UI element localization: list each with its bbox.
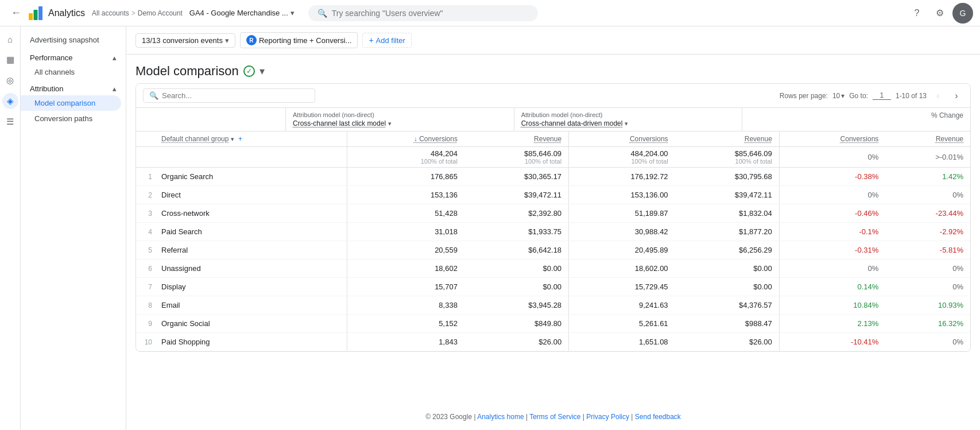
prev-page-btn[interactable]: ‹ — [931, 89, 945, 103]
col-header-rev1[interactable]: Revenue — [464, 131, 569, 147]
advertising-icon-btn[interactable]: ◈ — [2, 93, 18, 109]
attribution-headers: Attribution model (non-direct) Cross-cha… — [136, 108, 970, 131]
row-conv1: 51,428 — [347, 204, 464, 223]
row-conv2: 20,495.89 — [569, 241, 675, 259]
row-pct-conv: -10.41% — [779, 333, 885, 351]
row-conv2: 15,729.45 — [569, 278, 675, 296]
explore-icon-btn[interactable]: ◎ — [2, 72, 18, 88]
sidebar-item-conversion-paths[interactable]: Conversion paths — [21, 111, 121, 126]
col-header-pct-rev[interactable]: Revenue — [885, 131, 970, 147]
row-num: 10 — [136, 333, 154, 351]
main-layout: ⌂ ▦ ◎ ◈ ☰ Advertising snapshot Performan… — [0, 26, 980, 430]
toolbar-row: 13/13 conversion events ▾ R Reporting ti… — [126, 26, 980, 55]
page-title-area: Model comparison ✓ ▾ — [126, 55, 980, 83]
attr-model1-label: Attribution model (non-direct) — [293, 111, 507, 118]
row-conv1: 1,843 — [347, 333, 464, 351]
help-icon-btn[interactable]: ? — [907, 3, 927, 24]
col-header-rev2[interactable]: Revenue — [675, 131, 780, 147]
sidebar-item-advertising-snapshot[interactable]: Advertising snapshot — [21, 31, 121, 49]
table-row: 4 Paid Search 31,018 $1,933.75 30,988.42… — [136, 223, 970, 241]
footer-privacy-link[interactable]: Privacy Policy — [586, 413, 629, 421]
table-search-input[interactable] — [162, 91, 309, 100]
attr-model2-name-row: Cross-channel data-driven model ▾ — [521, 119, 735, 127]
totals-channel — [154, 147, 347, 168]
col-pct-conv-label: Conversions — [840, 135, 879, 143]
col-header-conv2[interactable]: Conversions — [569, 131, 675, 147]
footer-terms-link[interactable]: Terms of Service — [529, 413, 580, 421]
content-area: 13/13 conversion events ▾ R Reporting ti… — [126, 26, 980, 430]
totals-rev1-sub: 100% of total — [471, 158, 561, 165]
totals-rev1-val: $85,646.09 — [471, 149, 561, 158]
breadcrumb-account-name[interactable]: Demo Account — [138, 9, 183, 17]
page-title-dropdown-icon[interactable]: ▾ — [259, 65, 265, 78]
sidebar-item-model-comparison[interactable]: Model comparison — [21, 95, 121, 111]
row-conv2: 1,651.08 — [569, 333, 675, 351]
col-header-pct-conv[interactable]: Conversions — [779, 131, 885, 147]
row-rev2: $39,472.11 — [675, 186, 780, 204]
sidebar-section-performance: Performance ▴ — [21, 49, 126, 64]
back-button[interactable]: ← — [7, 4, 25, 22]
totals-conv1-val: 484,204 — [354, 149, 457, 158]
conversion-filter-btn[interactable]: 13/13 conversion events ▾ — [135, 33, 235, 48]
logo-area: Analytics — [28, 5, 85, 21]
performance-chevron-icon[interactable]: ▴ — [113, 53, 117, 62]
home-icon-btn[interactable]: ⌂ — [2, 31, 18, 47]
account-icon-btn[interactable]: G — [952, 3, 973, 24]
rows-per-page-select[interactable]: 10 ▾ — [832, 92, 845, 100]
row-num: 9 — [136, 315, 154, 333]
attribution-chevron-icon[interactable]: ▴ — [113, 84, 117, 93]
col-header-num — [136, 131, 154, 147]
svg-rect-2 — [38, 6, 42, 20]
attr-model2-header: Attribution model (non-direct) Cross-cha… — [514, 108, 742, 131]
rows-select-chevron-icon: ▾ — [841, 92, 845, 100]
property-chevron-icon: ▾ — [290, 9, 295, 17]
row-num: 3 — [136, 204, 154, 223]
col-add-icon[interactable]: + — [238, 135, 242, 143]
footer: © 2023 Google | Analytics home | Terms o… — [126, 404, 980, 430]
table-row: 10 Paid Shopping 1,843 $26.00 1,651.08 $… — [136, 333, 970, 351]
table-row: 9 Organic Social 5,152 $849.80 5,261.61 … — [136, 315, 970, 333]
col-header-conv1[interactable]: ↓ Conversions — [347, 131, 464, 147]
rows-per-page-value: 10 — [832, 92, 840, 100]
attr-model1-name[interactable]: Cross-channel last click model — [293, 119, 386, 127]
configure-icon-btn[interactable]: ☰ — [2, 114, 18, 130]
reporting-filter-btn[interactable]: R Reporting time + Conversi... — [240, 32, 358, 48]
row-rev1: $849.80 — [464, 315, 569, 333]
attr-model2-name[interactable]: Cross-channel data-driven model — [521, 119, 623, 127]
sidebar-section-attribution: Attribution ▴ — [21, 80, 126, 95]
property-selector[interactable]: GA4 - Google Merchandise ... ▾ — [185, 6, 299, 20]
settings-icon-btn[interactable]: ⚙ — [929, 3, 950, 24]
table-row: 5 Referral 20,559 $6,642.18 20,495.89 $6… — [136, 241, 970, 259]
add-filter-label: Add filter — [376, 36, 405, 45]
next-page-btn[interactable]: › — [950, 89, 963, 103]
row-conv2: 153,136.00 — [569, 186, 675, 204]
row-pct-conv: 0.14% — [779, 278, 885, 296]
footer-analytics-home-link[interactable]: Analytics home — [477, 413, 524, 421]
reports-icon-btn[interactable]: ▦ — [2, 52, 18, 68]
add-filter-btn[interactable]: + Add filter — [362, 33, 412, 48]
footer-feedback-link[interactable]: Send feedback — [635, 413, 681, 421]
logo-icon — [28, 5, 44, 21]
breadcrumb-all-accounts[interactable]: All accounts — [92, 9, 129, 17]
row-pct-rev: 1.42% — [885, 168, 970, 186]
row-channel: Organic Search — [154, 168, 347, 186]
row-rev1: $0.00 — [464, 259, 569, 278]
row-conv2: 30,988.42 — [569, 223, 675, 241]
row-pct-rev: -23.44% — [885, 204, 970, 223]
goto-input[interactable] — [873, 91, 891, 100]
search-bar[interactable]: 🔍 — [308, 5, 538, 21]
icon-rail: ⌂ ▦ ◎ ◈ ☰ — [0, 26, 21, 430]
row-conv2: 9,241.63 — [569, 296, 675, 315]
row-rev1: $26.00 — [464, 333, 569, 351]
table-search[interactable]: 🔍 — [143, 88, 315, 103]
search-input[interactable] — [332, 9, 529, 18]
row-pct-rev: 10.93% — [885, 296, 970, 315]
sidebar-item-all-channels[interactable]: All channels — [21, 64, 121, 80]
row-rev1: $0.00 — [464, 278, 569, 296]
col-rev1-label: Revenue — [534, 135, 561, 143]
col-header-channel[interactable]: Default channel group ▾ + — [154, 131, 347, 147]
svg-rect-1 — [34, 10, 38, 20]
table-toolbar: 🔍 Rows per page: 10 ▾ Go to: 1-10 of 13 … — [136, 84, 970, 108]
attribution-label: Attribution — [30, 84, 64, 93]
totals-conv1-sub: 100% of total — [354, 158, 457, 165]
